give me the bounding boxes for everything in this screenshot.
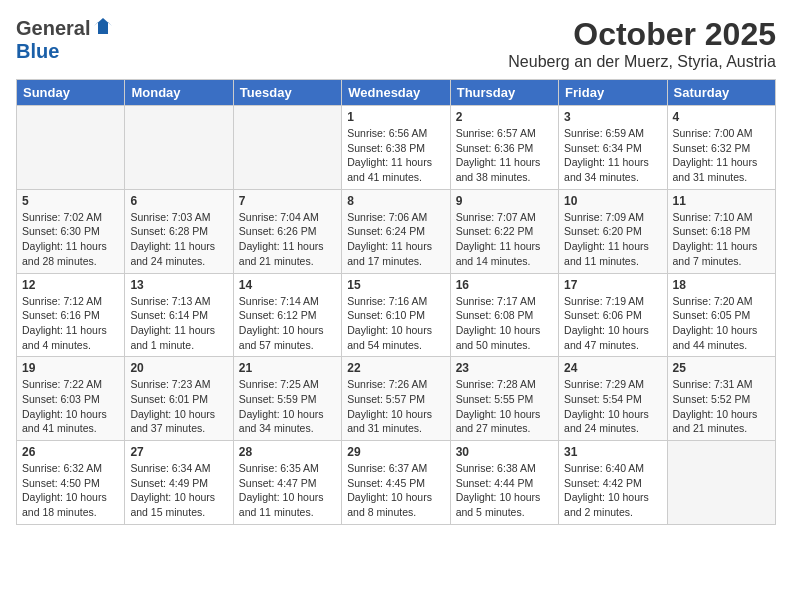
calendar-header-row: SundayMondayTuesdayWednesdayThursdayFrid…: [17, 80, 776, 106]
day-info: Sunrise: 7:25 AMSunset: 5:59 PMDaylight:…: [239, 377, 336, 436]
day-info: Sunrise: 6:37 AMSunset: 4:45 PMDaylight:…: [347, 461, 444, 520]
empty-cell: [125, 106, 233, 190]
day-number: 6: [130, 194, 227, 208]
day-cell-28: 28Sunrise: 6:35 AMSunset: 4:47 PMDayligh…: [233, 441, 341, 525]
day-number: 16: [456, 278, 553, 292]
day-cell-12: 12Sunrise: 7:12 AMSunset: 6:16 PMDayligh…: [17, 273, 125, 357]
day-number: 24: [564, 361, 661, 375]
day-number: 18: [673, 278, 770, 292]
day-cell-30: 30Sunrise: 6:38 AMSunset: 4:44 PMDayligh…: [450, 441, 558, 525]
day-cell-11: 11Sunrise: 7:10 AMSunset: 6:18 PMDayligh…: [667, 189, 775, 273]
calendar-body: 1Sunrise: 6:56 AMSunset: 6:38 PMDaylight…: [17, 106, 776, 525]
day-info: Sunrise: 7:02 AMSunset: 6:30 PMDaylight:…: [22, 210, 119, 269]
day-info: Sunrise: 7:10 AMSunset: 6:18 PMDaylight:…: [673, 210, 770, 269]
day-number: 4: [673, 110, 770, 124]
day-number: 19: [22, 361, 119, 375]
empty-cell: [17, 106, 125, 190]
svg-marker-0: [94, 18, 112, 34]
day-cell-10: 10Sunrise: 7:09 AMSunset: 6:20 PMDayligh…: [559, 189, 667, 273]
day-number: 2: [456, 110, 553, 124]
day-info: Sunrise: 6:32 AMSunset: 4:50 PMDaylight:…: [22, 461, 119, 520]
header-cell-monday: Monday: [125, 80, 233, 106]
day-number: 15: [347, 278, 444, 292]
header-cell-thursday: Thursday: [450, 80, 558, 106]
day-cell-3: 3Sunrise: 6:59 AMSunset: 6:34 PMDaylight…: [559, 106, 667, 190]
day-number: 14: [239, 278, 336, 292]
day-info: Sunrise: 6:56 AMSunset: 6:38 PMDaylight:…: [347, 126, 444, 185]
day-number: 28: [239, 445, 336, 459]
day-cell-13: 13Sunrise: 7:13 AMSunset: 6:14 PMDayligh…: [125, 273, 233, 357]
day-info: Sunrise: 7:22 AMSunset: 6:03 PMDaylight:…: [22, 377, 119, 436]
day-number: 17: [564, 278, 661, 292]
day-info: Sunrise: 7:23 AMSunset: 6:01 PMDaylight:…: [130, 377, 227, 436]
day-number: 20: [130, 361, 227, 375]
day-number: 27: [130, 445, 227, 459]
day-cell-4: 4Sunrise: 7:00 AMSunset: 6:32 PMDaylight…: [667, 106, 775, 190]
day-number: 7: [239, 194, 336, 208]
header-cell-sunday: Sunday: [17, 80, 125, 106]
day-info: Sunrise: 7:04 AMSunset: 6:26 PMDaylight:…: [239, 210, 336, 269]
day-info: Sunrise: 6:59 AMSunset: 6:34 PMDaylight:…: [564, 126, 661, 185]
day-info: Sunrise: 7:31 AMSunset: 5:52 PMDaylight:…: [673, 377, 770, 436]
day-cell-31: 31Sunrise: 6:40 AMSunset: 4:42 PMDayligh…: [559, 441, 667, 525]
location-title: Neuberg an der Muerz, Styria, Austria: [508, 53, 776, 71]
day-cell-14: 14Sunrise: 7:14 AMSunset: 6:12 PMDayligh…: [233, 273, 341, 357]
day-number: 11: [673, 194, 770, 208]
day-number: 31: [564, 445, 661, 459]
calendar-week-4: 19Sunrise: 7:22 AMSunset: 6:03 PMDayligh…: [17, 357, 776, 441]
day-number: 3: [564, 110, 661, 124]
calendar-week-1: 1Sunrise: 6:56 AMSunset: 6:38 PMDaylight…: [17, 106, 776, 190]
calendar-week-3: 12Sunrise: 7:12 AMSunset: 6:16 PMDayligh…: [17, 273, 776, 357]
day-info: Sunrise: 7:07 AMSunset: 6:22 PMDaylight:…: [456, 210, 553, 269]
day-number: 26: [22, 445, 119, 459]
day-info: Sunrise: 7:13 AMSunset: 6:14 PMDaylight:…: [130, 294, 227, 353]
day-info: Sunrise: 7:14 AMSunset: 6:12 PMDaylight:…: [239, 294, 336, 353]
day-info: Sunrise: 7:03 AMSunset: 6:28 PMDaylight:…: [130, 210, 227, 269]
day-cell-8: 8Sunrise: 7:06 AMSunset: 6:24 PMDaylight…: [342, 189, 450, 273]
day-info: Sunrise: 7:09 AMSunset: 6:20 PMDaylight:…: [564, 210, 661, 269]
header-cell-saturday: Saturday: [667, 80, 775, 106]
day-cell-18: 18Sunrise: 7:20 AMSunset: 6:05 PMDayligh…: [667, 273, 775, 357]
day-info: Sunrise: 7:28 AMSunset: 5:55 PMDaylight:…: [456, 377, 553, 436]
day-info: Sunrise: 6:57 AMSunset: 6:36 PMDaylight:…: [456, 126, 553, 185]
day-info: Sunrise: 6:38 AMSunset: 4:44 PMDaylight:…: [456, 461, 553, 520]
day-info: Sunrise: 7:19 AMSunset: 6:06 PMDaylight:…: [564, 294, 661, 353]
day-info: Sunrise: 7:06 AMSunset: 6:24 PMDaylight:…: [347, 210, 444, 269]
day-number: 5: [22, 194, 119, 208]
title-block: October 2025 Neuberg an der Muerz, Styri…: [508, 16, 776, 71]
day-info: Sunrise: 7:29 AMSunset: 5:54 PMDaylight:…: [564, 377, 661, 436]
day-cell-6: 6Sunrise: 7:03 AMSunset: 6:28 PMDaylight…: [125, 189, 233, 273]
logo: General Blue: [16, 16, 112, 63]
day-info: Sunrise: 6:40 AMSunset: 4:42 PMDaylight:…: [564, 461, 661, 520]
day-cell-2: 2Sunrise: 6:57 AMSunset: 6:36 PMDaylight…: [450, 106, 558, 190]
day-cell-9: 9Sunrise: 7:07 AMSunset: 6:22 PMDaylight…: [450, 189, 558, 273]
day-info: Sunrise: 6:34 AMSunset: 4:49 PMDaylight:…: [130, 461, 227, 520]
logo-general-text: General: [16, 17, 90, 40]
day-cell-17: 17Sunrise: 7:19 AMSunset: 6:06 PMDayligh…: [559, 273, 667, 357]
day-number: 8: [347, 194, 444, 208]
day-number: 23: [456, 361, 553, 375]
header-cell-friday: Friday: [559, 80, 667, 106]
calendar-week-5: 26Sunrise: 6:32 AMSunset: 4:50 PMDayligh…: [17, 441, 776, 525]
day-info: Sunrise: 7:26 AMSunset: 5:57 PMDaylight:…: [347, 377, 444, 436]
day-cell-16: 16Sunrise: 7:17 AMSunset: 6:08 PMDayligh…: [450, 273, 558, 357]
day-number: 21: [239, 361, 336, 375]
calendar-table: SundayMondayTuesdayWednesdayThursdayFrid…: [16, 79, 776, 525]
day-number: 10: [564, 194, 661, 208]
logo-blue-text: Blue: [16, 40, 59, 62]
day-cell-22: 22Sunrise: 7:26 AMSunset: 5:57 PMDayligh…: [342, 357, 450, 441]
header-cell-wednesday: Wednesday: [342, 80, 450, 106]
day-cell-25: 25Sunrise: 7:31 AMSunset: 5:52 PMDayligh…: [667, 357, 775, 441]
day-cell-24: 24Sunrise: 7:29 AMSunset: 5:54 PMDayligh…: [559, 357, 667, 441]
calendar-header: SundayMondayTuesdayWednesdayThursdayFrid…: [17, 80, 776, 106]
day-cell-23: 23Sunrise: 7:28 AMSunset: 5:55 PMDayligh…: [450, 357, 558, 441]
month-title: October 2025: [508, 16, 776, 53]
day-info: Sunrise: 7:12 AMSunset: 6:16 PMDaylight:…: [22, 294, 119, 353]
day-cell-27: 27Sunrise: 6:34 AMSunset: 4:49 PMDayligh…: [125, 441, 233, 525]
day-cell-7: 7Sunrise: 7:04 AMSunset: 6:26 PMDaylight…: [233, 189, 341, 273]
day-info: Sunrise: 7:16 AMSunset: 6:10 PMDaylight:…: [347, 294, 444, 353]
logo-arrow-icon: [94, 18, 112, 40]
day-cell-20: 20Sunrise: 7:23 AMSunset: 6:01 PMDayligh…: [125, 357, 233, 441]
day-cell-1: 1Sunrise: 6:56 AMSunset: 6:38 PMDaylight…: [342, 106, 450, 190]
day-cell-21: 21Sunrise: 7:25 AMSunset: 5:59 PMDayligh…: [233, 357, 341, 441]
